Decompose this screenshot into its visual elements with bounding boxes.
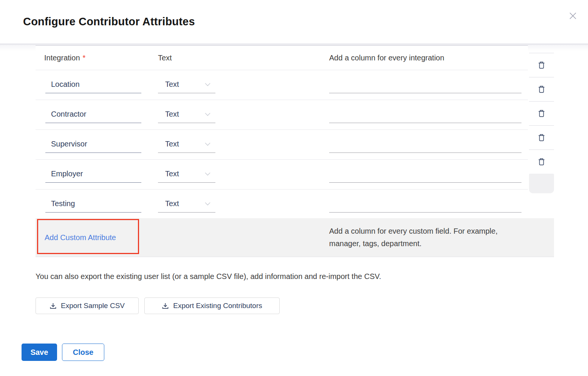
trash-icon	[538, 61, 545, 69]
table-row: Location Text	[36, 70, 528, 100]
download-icon	[50, 302, 57, 310]
attribute-type-select[interactable]: Text	[158, 165, 215, 183]
chevron-down-icon	[204, 172, 211, 176]
delete-attribute-button[interactable]	[529, 125, 554, 149]
attribute-name-value: Supervisor	[51, 140, 87, 148]
table-row: Contractor Text	[36, 100, 528, 130]
required-asterisk: *	[83, 54, 86, 62]
save-button[interactable]: Save	[22, 344, 57, 361]
page-title: Configure Contributor Attributes	[23, 14, 195, 29]
attribute-type-select[interactable]: Text	[158, 106, 215, 123]
download-icon	[162, 302, 169, 310]
table-row: Employer Text	[36, 160, 528, 190]
export-buttons: Export Sample CSV Export Existing Contri…	[36, 297, 280, 314]
custom-attribute-description: Add a column for every custom field. For…	[329, 225, 522, 250]
integration-type-label: Text	[158, 54, 172, 62]
attribute-name-input[interactable]: Contractor	[45, 106, 141, 123]
delete-attribute-button[interactable]	[529, 149, 554, 174]
delete-attribute-button[interactable]	[529, 53, 554, 77]
add-custom-attribute-row: Add Custom Attribute Add a column for ev…	[36, 218, 554, 257]
chevron-down-icon	[204, 142, 211, 146]
attribute-type-select[interactable]: Text	[158, 76, 215, 93]
add-custom-attribute-link[interactable]: Add Custom Attribute	[45, 233, 116, 242]
modal-close-button[interactable]	[565, 8, 580, 23]
chevron-down-icon	[204, 82, 211, 86]
attribute-column-input[interactable]	[329, 165, 521, 183]
export-hint: You can also export the existing user li…	[36, 271, 489, 281]
trash-icon	[538, 158, 545, 166]
chevron-down-icon	[204, 112, 211, 116]
export-sample-csv-label: Export Sample CSV	[61, 302, 125, 310]
attribute-type-select[interactable]: Text	[158, 136, 215, 153]
table-row: Supervisor Text	[36, 130, 528, 160]
integration-description: Add a column for every integration	[329, 54, 444, 62]
attribute-name-input[interactable]: Location	[45, 76, 141, 93]
close-button[interactable]: Close	[62, 344, 104, 361]
attribute-name-input[interactable]: Employer	[45, 165, 141, 183]
integration-label: Integration*	[44, 54, 85, 62]
attribute-name-value: Contractor	[51, 110, 86, 119]
export-existing-contributors-button[interactable]: Export Existing Contributors	[144, 297, 280, 314]
attribute-type-value: Text	[165, 199, 179, 208]
trash-icon	[538, 109, 545, 117]
modal-footer: Save Close	[22, 344, 104, 361]
attribute-type-value: Text	[165, 110, 179, 119]
attribute-type-value: Text	[165, 80, 179, 89]
table-row-integration: Integration* Text Add a column for every…	[36, 46, 528, 70]
close-icon	[568, 11, 578, 21]
trash-icon	[538, 134, 545, 142]
attribute-column-input[interactable]	[329, 76, 521, 93]
attribute-name-input[interactable]: Supervisor	[45, 136, 141, 153]
attribute-column-input[interactable]	[329, 195, 521, 213]
attribute-name-value: Testing	[51, 199, 75, 208]
export-existing-contributors-label: Export Existing Contributors	[173, 302, 262, 310]
delete-attribute-button[interactable]	[529, 101, 554, 125]
configure-contributor-attributes-modal: Configure Contributor Attributes Integra…	[0, 0, 588, 376]
attribute-column-input[interactable]	[329, 136, 521, 153]
chevron-down-icon	[204, 202, 211, 206]
attribute-type-value: Text	[165, 170, 179, 178]
attribute-type-value: Text	[165, 140, 179, 148]
attribute-name-value: Location	[51, 80, 80, 89]
attribute-name-input[interactable]: Testing	[45, 195, 141, 213]
attribute-type-select[interactable]: Text	[158, 195, 215, 213]
export-sample-csv-button[interactable]: Export Sample CSV	[36, 297, 139, 314]
delete-buttons-column	[529, 53, 554, 193]
attributes-table: Integration* Text Add a column for every…	[36, 45, 528, 218]
attribute-name-value: Employer	[51, 170, 83, 178]
attribute-column-input[interactable]	[329, 106, 521, 123]
delete-attribute-button[interactable]	[529, 77, 554, 101]
empty-cell	[529, 174, 554, 193]
table-row: Testing Text	[36, 190, 528, 218]
trash-icon	[538, 85, 545, 93]
